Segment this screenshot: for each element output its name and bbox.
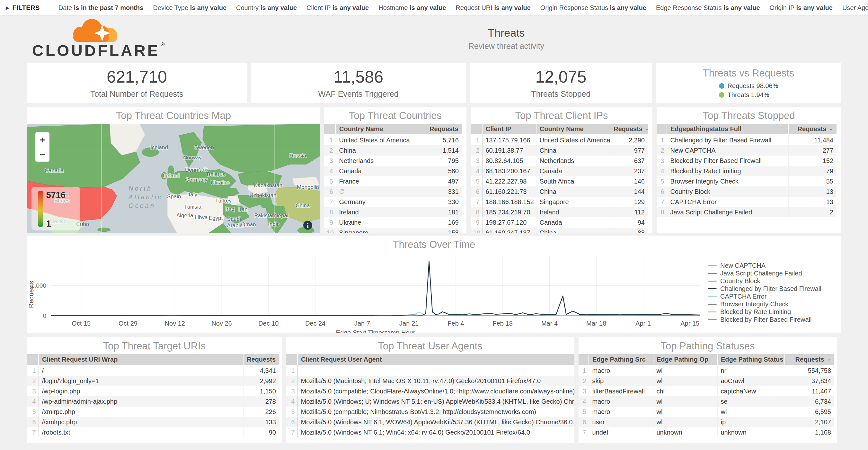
table-row[interactable]: 6∅331 xyxy=(324,186,462,197)
filter-item[interactable]: Origin IP is any value xyxy=(770,4,833,11)
column-header[interactable]: Client Request User Agent xyxy=(298,354,575,365)
table-row[interactable]: 5Mozilla/5.0 (compatible; Nimbostratus-B… xyxy=(286,407,575,417)
legend-item[interactable]: Browser Integrity Check xyxy=(708,300,841,308)
table-row[interactable]: 9198.27.67.120Canada94 xyxy=(471,217,648,228)
table-row[interactable]: 380.82.64.105Netherlands637 xyxy=(471,156,648,166)
table-row[interactable]: 1macrowlnr554,758 xyxy=(579,365,834,376)
table-row[interactable]: 4Canada560 xyxy=(324,166,462,176)
filter-item[interactable]: Device Type is any value xyxy=(153,4,226,11)
table-row[interactable]: 2Mozilla/5.0 (Macintosh; Intel Mac OS X … xyxy=(286,376,575,386)
table-row[interactable]: 10Singapore158 xyxy=(324,228,462,233)
table-row[interactable]: 7/robots.txt90 xyxy=(27,427,279,438)
table-row[interactable]: 7CAPTCHA Error13 xyxy=(657,197,837,207)
filter-item[interactable]: User Agent is any value xyxy=(842,4,868,11)
table-row[interactable]: 1137.175.79.166United States of America2… xyxy=(471,135,648,145)
sort-chevron-icon: ⌄ xyxy=(827,356,831,362)
legend-item[interactable]: Blocked by Filter Based Firewall xyxy=(708,316,841,323)
table-row[interactable]: 8Java Script Challenge Failed2 xyxy=(657,207,837,217)
cell: macro xyxy=(589,396,653,407)
cell: /login/?login_only=1 xyxy=(38,376,243,386)
column-header[interactable]: Client Request URI Wrap xyxy=(38,354,243,365)
filter-item[interactable]: Client IP is any value xyxy=(307,4,369,11)
table-row[interactable]: 3Netherlands795 xyxy=(324,156,462,166)
column-header[interactable]: Edge Pathing Status xyxy=(717,354,785,365)
map-info-icon[interactable]: i xyxy=(303,221,312,230)
legend-item[interactable]: Blocked by Rate Limiting xyxy=(708,308,841,316)
column-header[interactable]: Requests⌄ xyxy=(610,124,648,135)
cell: 198.27.67.120 xyxy=(482,217,536,228)
filter-item[interactable]: Origin Response Status is any value xyxy=(540,4,646,11)
legend-item[interactable]: Country Block xyxy=(708,277,841,285)
table-row[interactable]: 2New CAPTCHA277 xyxy=(657,145,837,156)
map-zoom-in-button[interactable]: + xyxy=(39,134,45,145)
table-row[interactable]: 7undefunknownunknown1,168 xyxy=(579,427,834,438)
table-row[interactable]: 1/4,341 xyxy=(27,365,279,376)
legend-item[interactable]: Challenged by Filter Based Firewall xyxy=(708,285,841,293)
filter-item[interactable]: Request URI is any value xyxy=(456,4,530,11)
row-number: 4 xyxy=(27,396,38,407)
column-header[interactable]: Edge Pathing Op xyxy=(653,354,717,365)
table-row[interactable]: 6//xmlrpc.php133 xyxy=(27,417,279,427)
table-row[interactable]: 6Mozilla/5.0 (Windows NT 6.1; WOW64) App… xyxy=(286,417,575,427)
table-row[interactable]: 4/wp-admin/admin-ajax.php278 xyxy=(27,396,279,407)
table-row[interactable]: 3/wp-login.php1,150 xyxy=(27,386,279,396)
table-row[interactable]: 3filterBasedFirewallchlcaptchaNew11,467 xyxy=(579,386,834,396)
table-row[interactable]: 4Blocked by Rate Limiting79 xyxy=(657,166,837,176)
table-row[interactable]: 8Ireland181 xyxy=(324,207,462,217)
threats-over-time-chart[interactable]: Oct 15Oct 29Nov 12Nov 26Dec 10Dec 24Jan … xyxy=(27,253,705,333)
table-row[interactable]: 5/xmlrpc.php226 xyxy=(27,407,279,417)
table-row[interactable]: 468.183.200.167Canada237 xyxy=(471,166,648,176)
table-row[interactable]: 2China1,514 xyxy=(324,145,462,156)
filter-item[interactable]: Hostname is any value xyxy=(378,4,446,11)
column-header[interactable]: Requests⌄ xyxy=(785,354,834,365)
table-row[interactable]: 6userwlip2,107 xyxy=(579,417,834,427)
legend-swatch xyxy=(719,83,724,89)
table-row[interactable]: 4Mozilla/5.0 (Windows; U; Windows NT 5.1… xyxy=(286,396,575,407)
table-row[interactable]: 7Mozilla/5.0 (Windows NT 6.1; Win64; x64… xyxy=(286,427,575,438)
table-row[interactable]: 5Browser Integrity Check55 xyxy=(657,176,837,186)
cell: Blocked by Filter Based Firewall xyxy=(667,156,788,166)
column-header[interactable]: Edgepathingstatus Full xyxy=(667,124,788,135)
table-row[interactable]: 1Challenged by Filter Based Firewall11,4… xyxy=(657,135,837,145)
table-row[interactable]: 8185.234.219.70Ireland112 xyxy=(471,207,648,217)
legend-item[interactable]: CAPTCHA Error xyxy=(708,293,841,300)
table-row[interactable]: 2/login/?login_only=12,992 xyxy=(27,376,279,386)
table-row[interactable]: 4macrowlse6,734 xyxy=(579,396,834,407)
cell: wl xyxy=(653,396,717,407)
table-row[interactable]: 3Mozilla/5.0 (compatible; CloudFlare-Alw… xyxy=(286,386,575,396)
legend-item[interactable]: Requests 98.06% xyxy=(719,82,778,90)
table-row[interactable]: 661.160.221.73China144 xyxy=(471,186,648,197)
table-row[interactable]: 5France497 xyxy=(324,176,462,186)
table-row[interactable]: 541.222.227.98South Africa146 xyxy=(471,176,648,186)
table-row[interactable]: 9Ukraine169 xyxy=(324,217,462,228)
table-row[interactable]: 260.191.38.77China977 xyxy=(471,145,648,156)
table-row[interactable]: 1061.160.247.137China88 xyxy=(471,228,648,233)
cell: user xyxy=(589,417,653,427)
map-zoom-control[interactable]: + − xyxy=(35,132,50,162)
column-header[interactable]: Requests⌄ xyxy=(788,124,837,135)
table-row[interactable]: 5macrowlwl6,595 xyxy=(579,407,834,417)
column-header[interactable]: Client IP xyxy=(482,124,536,135)
column-header[interactable]: Country Name xyxy=(336,124,426,135)
legend-item[interactable]: New CAPTCHA xyxy=(708,262,841,269)
legend-item[interactable]: Threats 1.94% xyxy=(719,91,769,99)
column-header[interactable]: Edge Pathing Src xyxy=(589,354,653,365)
table-row[interactable]: 1 xyxy=(286,365,575,376)
map-zoom-out-button[interactable]: − xyxy=(39,149,45,160)
filter-item[interactable]: Edge Response Status is any value xyxy=(656,4,760,11)
table-row[interactable]: 3Blocked by Filter Based Firewall152 xyxy=(657,156,837,166)
world-map[interactable]: CanadaUnitedStatesMexicoCubaNorthAtlanti… xyxy=(27,124,320,233)
table-row[interactable]: 1United States of America5,716 xyxy=(324,135,462,145)
table-row[interactable]: 2skipwlaoCrawl37,834 xyxy=(579,376,834,386)
table-row[interactable]: 6Country Block13 xyxy=(657,186,837,197)
legend-item[interactable]: Java Script Challenge Failed xyxy=(708,269,841,277)
column-header[interactable]: Requests⌄ xyxy=(426,124,462,135)
filter-item[interactable]: Date is in the past 7 months xyxy=(59,4,144,11)
table-row[interactable]: 7188.166.188.152Singapore129 xyxy=(471,197,648,207)
column-header[interactable]: Requests⌄ xyxy=(243,354,279,365)
column-header[interactable]: Country Name xyxy=(536,124,610,135)
filters-toggle[interactable]: ▶ FILTERS xyxy=(6,4,40,11)
filter-item[interactable]: Country is any value xyxy=(236,4,297,11)
table-row[interactable]: 7Germany330 xyxy=(324,197,462,207)
map-gradient-legend: 5716 1 xyxy=(31,187,80,231)
